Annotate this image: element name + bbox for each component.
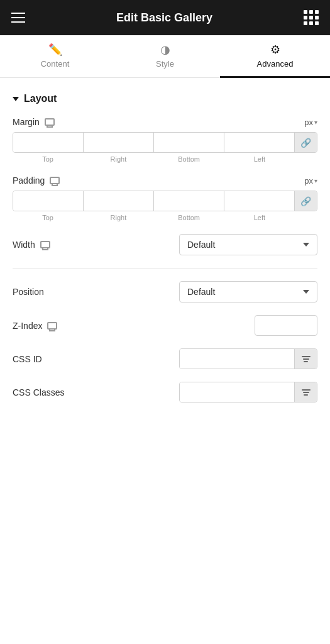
- position-field-row: Position Default: [13, 281, 317, 303]
- padding-field-group: Padding px ▾ 🔗 Top Right: [13, 175, 317, 221]
- hamburger-menu-icon[interactable]: [11, 13, 25, 23]
- width-dropdown[interactable]: Default: [179, 234, 317, 255]
- css-classes-stack-icon: [302, 389, 311, 396]
- width-dropdown-arrow: [303, 243, 309, 247]
- tabs-bar: ✏️ Content ◑ Style ⚙ Advanced: [0, 35, 330, 78]
- css-classes-input-group: [179, 382, 317, 402]
- margin-top-input[interactable]: [13, 133, 84, 152]
- padding-unit-value: px: [304, 176, 313, 186]
- header-title: Edit Basic Gallery: [116, 11, 212, 25]
- css-id-input[interactable]: [180, 349, 294, 369]
- css-id-stack-icon: [302, 356, 311, 362]
- padding-link-spacer: [295, 214, 317, 221]
- margin-left-input[interactable]: [224, 133, 294, 152]
- padding-label-row: Padding px ▾: [13, 175, 317, 186]
- padding-left-label: Left: [224, 214, 295, 221]
- margin-input-labels: Top Right Bottom Left: [13, 155, 317, 163]
- width-monitor-icon: [40, 241, 50, 248]
- padding-input-labels: Top Right Bottom Left: [13, 214, 317, 221]
- margin-unit-value: px: [304, 118, 313, 127]
- padding-bottom-input[interactable]: [154, 191, 224, 211]
- header: Edit Basic Gallery: [0, 0, 330, 35]
- panel: Edit Basic Gallery ✏️ Content ◑ Style ⚙ …: [0, 0, 330, 644]
- divider-1: [13, 268, 317, 269]
- margin-link-button[interactable]: 🔗: [294, 133, 317, 152]
- margin-bottom-input[interactable]: [154, 133, 224, 152]
- css-classes-input[interactable]: [180, 382, 294, 402]
- css-classes-stack-button[interactable]: [294, 382, 317, 402]
- padding-label-left: Padding: [13, 175, 60, 186]
- css-id-field-row: CSS ID: [13, 348, 317, 369]
- padding-left-input[interactable]: [224, 191, 294, 211]
- section-collapse-icon[interactable]: [13, 97, 19, 101]
- margin-left-label: Left: [224, 155, 295, 163]
- css-id-stack-button[interactable]: [294, 349, 317, 369]
- css-classes-label: CSS Classes: [13, 387, 64, 397]
- tab-advanced-label: Advanced: [257, 59, 294, 69]
- position-dropdown[interactable]: Default: [179, 281, 317, 303]
- margin-link-spacer: [295, 155, 317, 163]
- margin-right-input[interactable]: [84, 133, 154, 152]
- margin-field-group: Margin px ▾ 🔗 Top Right B: [13, 117, 317, 163]
- margin-label-row: Margin px ▾: [13, 117, 317, 127]
- apps-grid-icon[interactable]: [304, 10, 319, 25]
- margin-inputs: 🔗: [13, 132, 317, 153]
- margin-right-label: Right: [83, 155, 153, 163]
- padding-right-label: Right: [83, 214, 153, 221]
- width-label-group: Width: [13, 240, 50, 250]
- margin-monitor-icon: [45, 118, 55, 126]
- tab-content[interactable]: ✏️ Content: [0, 35, 110, 78]
- position-dropdown-arrow: [303, 290, 309, 294]
- link-icon: 🔗: [300, 138, 311, 148]
- padding-top-input[interactable]: [13, 191, 84, 211]
- content-area: Layout Margin px ▾ 🔗: [0, 78, 330, 644]
- pencil-icon: ✏️: [48, 44, 62, 55]
- margin-bottom-label: Bottom: [154, 155, 224, 163]
- layout-section-header: Layout: [13, 93, 317, 104]
- position-dropdown-value: Default: [187, 287, 215, 297]
- tab-style-label: Style: [156, 59, 174, 69]
- z-index-field-row: Z-Index: [13, 315, 317, 336]
- tab-content-label: Content: [41, 59, 70, 69]
- padding-monitor-icon: [50, 177, 60, 184]
- padding-top-label: Top: [13, 214, 83, 221]
- contrast-icon: ◑: [160, 44, 170, 55]
- z-index-label-group: Z-Index: [13, 321, 57, 331]
- margin-unit-arrow: ▾: [314, 119, 317, 126]
- padding-right-input[interactable]: [84, 191, 154, 211]
- width-dropdown-value: Default: [187, 240, 215, 250]
- section-title: Layout: [24, 93, 57, 104]
- margin-unit-selector[interactable]: px ▾: [304, 118, 317, 127]
- padding-bottom-label: Bottom: [154, 214, 224, 221]
- margin-top-label: Top: [13, 155, 83, 163]
- css-id-label: CSS ID: [13, 354, 42, 364]
- z-index-monitor-icon: [47, 322, 57, 330]
- padding-unit-arrow: ▾: [314, 177, 317, 184]
- padding-unit-selector[interactable]: px ▾: [304, 176, 317, 186]
- padding-link-button[interactable]: 🔗: [294, 191, 317, 211]
- margin-label-left: Margin: [13, 117, 55, 127]
- padding-inputs: 🔗: [13, 191, 317, 211]
- width-field-row: Width Default: [13, 234, 317, 255]
- width-label: Width: [13, 240, 35, 250]
- position-label: Position: [13, 287, 44, 297]
- css-id-input-group: [179, 348, 317, 369]
- z-index-label: Z-Index: [13, 321, 42, 331]
- margin-label: Margin: [13, 117, 40, 127]
- z-index-input[interactable]: [255, 315, 317, 336]
- gear-icon: ⚙: [270, 44, 280, 55]
- padding-label: Padding: [13, 175, 45, 186]
- css-classes-field-row: CSS Classes: [13, 382, 317, 402]
- tab-style[interactable]: ◑ Style: [110, 35, 220, 78]
- padding-link-icon: 🔗: [300, 196, 311, 206]
- tab-advanced[interactable]: ⚙ Advanced: [220, 35, 330, 78]
